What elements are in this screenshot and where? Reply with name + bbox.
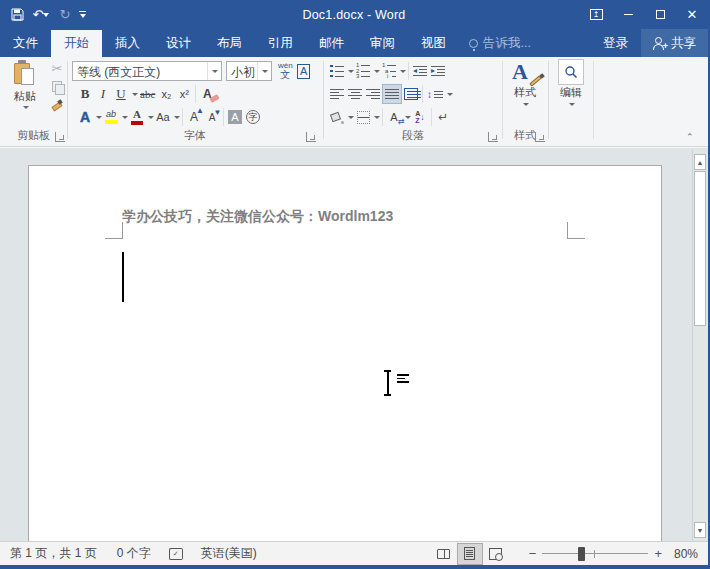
font-name-dropdown-arrow[interactable] <box>207 62 221 80</box>
underline-button[interactable]: U <box>112 84 130 104</box>
vertical-scrollbar[interactable]: ▲ ▼ <box>692 150 707 541</box>
styles-dialog-launcher[interactable] <box>535 132 545 142</box>
click-type-align-icon <box>397 374 409 383</box>
tab-layout[interactable]: 布局 <box>204 29 255 57</box>
strikethrough-button[interactable]: abc <box>138 84 157 104</box>
share-button[interactable]: + 共享 <box>641 29 708 57</box>
show-hide-marks-button[interactable]: ↵ <box>434 107 452 127</box>
zoom-out-button[interactable]: − <box>523 546 543 561</box>
print-layout-button[interactable] <box>457 543 483 565</box>
tab-review[interactable]: 审阅 <box>357 29 408 57</box>
collapse-ribbon-button[interactable]: ⌃ <box>686 132 694 142</box>
ribbon-display-options-button[interactable]: ↥ <box>588 7 604 23</box>
close-button[interactable]: ✕ <box>684 7 700 23</box>
bold-button[interactable]: B <box>76 84 94 104</box>
distribute-button[interactable] <box>402 84 420 104</box>
editing-button[interactable]: 编辑 <box>550 57 592 106</box>
text-insertion-caret <box>122 252 124 302</box>
scroll-down-button[interactable]: ▼ <box>694 522 706 538</box>
align-center-button[interactable] <box>346 84 364 104</box>
superscript-button[interactable]: x² <box>175 84 193 104</box>
paragraph-dialog-launcher[interactable] <box>488 132 498 142</box>
font-size-combo[interactable]: 小初 <box>226 61 272 81</box>
document-header-text[interactable]: 学办公技巧，关注微信公众号：Wordlm123 <box>122 208 393 226</box>
change-case-dropdown-arrow[interactable] <box>174 116 180 119</box>
maximize-button[interactable] <box>652 7 668 23</box>
shrink-font-button[interactable]: A▼ <box>203 107 221 127</box>
multilevel-dropdown-arrow[interactable] <box>400 70 406 73</box>
justify-button[interactable] <box>382 84 402 104</box>
italic-button[interactable]: I <box>94 84 112 104</box>
character-shading-icon: A <box>228 110 241 124</box>
align-left-button[interactable] <box>328 84 346 104</box>
grow-font-button[interactable]: A▲ <box>185 107 203 127</box>
tab-mailings[interactable]: 邮件 <box>306 29 357 57</box>
phonetic-guide-icon: wén文 <box>278 62 293 80</box>
paragraph-group-label: 段落 <box>324 128 502 143</box>
numbering-button[interactable]: 123 <box>354 61 372 81</box>
format-painter-icon[interactable] <box>51 98 64 111</box>
window-bottom-border <box>0 565 708 569</box>
text-effects-button[interactable]: A <box>76 107 94 127</box>
tab-references[interactable]: 引用 <box>255 29 306 57</box>
line-spacing-dropdown-arrow[interactable] <box>447 93 453 96</box>
scrollbar-thumb[interactable] <box>694 171 706 326</box>
read-mode-button[interactable] <box>431 543 457 565</box>
enclose-characters-button[interactable]: 字 <box>244 107 262 127</box>
scroll-up-button[interactable]: ▲ <box>694 154 706 170</box>
font-color-button[interactable]: A <box>128 107 146 127</box>
sort-button[interactable]: AZ↓ <box>411 107 429 127</box>
clipboard-dialog-launcher[interactable] <box>55 132 65 142</box>
zoom-level[interactable]: 80% <box>668 547 708 561</box>
tell-me-box[interactable]: 告诉我... <box>459 29 541 57</box>
align-right-icon <box>366 89 380 99</box>
proofing-status-icon[interactable]: ✓ <box>169 548 183 560</box>
zoom-slider-handle[interactable] <box>578 547 585 561</box>
tab-file[interactable]: 文件 <box>0 29 51 57</box>
paste-button[interactable]: 粘贴 <box>6 60 44 126</box>
page-number-status[interactable]: 第 1 页，共 1 页 <box>0 545 107 562</box>
person-plus-icon: + <box>653 37 665 50</box>
word-count-status[interactable]: 0 个字 <box>107 545 161 562</box>
font-dialog-launcher[interactable] <box>306 132 316 142</box>
bullets-button[interactable] <box>328 61 346 81</box>
language-status[interactable]: 英语(美国) <box>191 545 267 562</box>
font-name-combo[interactable]: 等线 (西文正文) <box>72 61 222 81</box>
print-layout-icon <box>464 547 475 560</box>
borders-button[interactable] <box>354 107 372 127</box>
minimize-button[interactable] <box>620 7 636 23</box>
document-area[interactable]: 学办公技巧，关注微信公众号：Wordlm123 ▲ ▼ <box>0 148 708 541</box>
decrease-indent-button[interactable]: ◂ <box>411 61 429 81</box>
clear-formatting-button[interactable]: A <box>198 84 216 104</box>
subscript-button[interactable]: x₂ <box>157 84 175 104</box>
tab-design[interactable]: 设计 <box>153 29 204 57</box>
zoom-in-button[interactable]: + <box>648 546 668 561</box>
character-border-button[interactable]: A <box>295 61 313 81</box>
asian-layout-button[interactable]: A⇄ <box>385 107 403 127</box>
editing-dropdown-arrow[interactable] <box>569 103 575 106</box>
borders-dropdown-arrow[interactable] <box>374 116 380 119</box>
increase-indent-button[interactable]: ▸ <box>429 61 447 81</box>
tab-home[interactable]: 开始 <box>51 30 102 57</box>
align-right-button[interactable] <box>364 84 382 104</box>
web-layout-button[interactable] <box>483 543 509 565</box>
styles-dropdown-arrow[interactable] <box>523 103 529 106</box>
font-size-dropdown-arrow[interactable] <box>257 62 271 80</box>
font-size-value: 小初 <box>227 62 257 80</box>
cut-icon[interactable]: ✂ <box>52 61 63 76</box>
sign-in-button[interactable]: 登录 <box>590 29 641 57</box>
copy-icon[interactable] <box>52 81 63 93</box>
change-case-button[interactable]: Aa <box>154 107 172 127</box>
shading-button[interactable] <box>328 107 346 127</box>
tab-view[interactable]: 视图 <box>408 29 459 57</box>
paste-dropdown-arrow[interactable] <box>23 106 29 109</box>
line-spacing-button[interactable]: ↕ <box>425 84 445 104</box>
zoom-slider[interactable] <box>542 547 648 561</box>
tab-insert[interactable]: 插入 <box>102 29 153 57</box>
highlight-color-button[interactable]: ab <box>102 107 120 127</box>
multilevel-list-button[interactable]: 1ai <box>380 61 398 81</box>
phonetic-guide-button[interactable]: wén文 <box>276 61 295 81</box>
zoom-control: − + <box>523 546 668 561</box>
character-shading-button[interactable]: A <box>226 107 244 127</box>
styles-button[interactable]: A 样式 <box>503 57 547 106</box>
